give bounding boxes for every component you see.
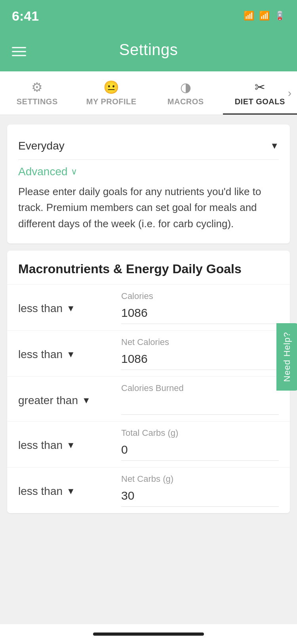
condition-arrow-total-carbs[interactable]: ▼ [67,440,75,450]
main-content: Everyday ▼ Advanced ∨ Please enter daily… [0,115,297,523]
signal-icon: 📶 [244,11,254,21]
everyday-dropdown-arrow[interactable]: ▼ [270,141,279,151]
goal-row-calories: less than ▼ Calories 1086 [7,284,290,330]
tab-my-profile[interactable]: 😐 MY PROFILE [74,71,149,115]
tab-macros[interactable]: ◑ MACROS [148,71,223,115]
advanced-chevron-icon: ∨ [71,167,77,177]
condition-arrow-calories[interactable]: ▼ [67,303,75,314]
goal-right-total-carbs: Total Carbs (g) 0 [121,428,279,461]
tab-settings-label: SETTINGS [17,97,58,106]
condition-label-net-carbs: less than [18,485,63,498]
nutrient-label-total-carbs: Total Carbs (g) [121,428,279,438]
goals-section-card: Macronutrients & Energy Daily Goals less… [7,251,290,513]
home-bar [93,632,204,636]
goal-row-calories-burned: greater than ▼ Calories Burned [7,376,290,421]
diet-goals-icon: ✂ [255,80,265,95]
condition-arrow-calories-burned[interactable]: ▼ [82,395,91,406]
status-bar: 6:41 📶 📶 🪫 [0,0,297,32]
need-help-label: Need Help? [282,332,292,382]
goal-right-calories-burned: Calories Burned [121,383,279,415]
divider-1 [18,159,279,160]
nutrient-label-net-carbs: Net Carbs (g) [121,474,279,484]
goals-section-title: Macronutrients & Energy Daily Goals [7,251,290,284]
nutrient-label-calories-burned: Calories Burned [121,383,279,393]
tab-macros-label: MACROS [168,97,204,106]
home-indicator [0,624,297,644]
goal-right-net-carbs: Net Carbs (g) 30 [121,474,279,507]
condition-label-net-calories: less than [18,348,63,361]
goal-value-net-carbs[interactable]: 30 [121,487,279,507]
goal-right-calories: Calories 1086 [121,291,279,324]
goal-row-net-calories: less than ▼ Net Calories 1086 [7,330,290,376]
goal-condition-calories-burned[interactable]: greater than ▼ [18,383,121,407]
battery-icon: 🪫 [274,11,285,21]
tab-diet-goals[interactable]: ✂ DIET GOALS [223,71,297,115]
condition-label-calories: less than [18,302,63,315]
status-icons: 📶 📶 🪫 [244,11,285,21]
description-text: Please enter daily goals for any nutrien… [18,184,279,232]
goal-condition-net-carbs[interactable]: less than ▼ [18,474,121,498]
goal-condition-net-calories[interactable]: less than ▼ [18,337,121,361]
goal-condition-total-carbs[interactable]: less than ▼ [18,428,121,452]
everyday-dropdown[interactable]: Everyday [18,140,65,152]
condition-label-calories-burned: greater than [18,394,78,407]
condition-arrow-net-calories[interactable]: ▼ [67,349,75,360]
tab-bar-chevron-icon: › [288,87,291,100]
tab-diet-goals-label: DIET GOALS [235,97,285,106]
goal-value-calories[interactable]: 1086 [121,304,279,324]
need-help-button[interactable]: Need Help? [276,323,297,391]
advanced-label: Advanced [18,165,68,178]
advanced-link[interactable]: Advanced ∨ [18,165,279,178]
tab-bar: ⚙ SETTINGS 😐 MY PROFILE ◑ MACROS ✂ DIET … [0,71,297,115]
tab-settings[interactable]: ⚙ SETTINGS [0,71,74,115]
everyday-card: Everyday ▼ Advanced ∨ Please enter daily… [7,125,290,243]
goal-value-net-calories[interactable]: 1086 [121,350,279,370]
hamburger-menu-button[interactable] [12,47,26,56]
condition-arrow-net-carbs[interactable]: ▼ [67,486,75,496]
status-time: 6:41 [12,8,39,24]
goal-row-net-carbs: less than ▼ Net Carbs (g) 30 [7,467,290,513]
settings-icon: ⚙ [31,80,43,95]
nutrient-label-calories: Calories [121,291,279,301]
goal-right-net-calories: Net Calories 1086 [121,337,279,370]
everyday-dropdown-row: Everyday ▼ [18,136,279,155]
wifi-icon: 📶 [259,11,270,21]
goal-value-calories-burned[interactable] [121,396,279,415]
top-bar: Settings [0,32,297,71]
goal-row-total-carbs: less than ▼ Total Carbs (g) 0 [7,421,290,467]
macros-icon: ◑ [180,80,191,95]
page-title: Settings [119,41,178,59]
nutrient-label-net-calories: Net Calories [121,337,279,347]
profile-icon: 😐 [103,80,119,95]
goal-condition-calories[interactable]: less than ▼ [18,291,121,315]
goal-value-total-carbs[interactable]: 0 [121,441,279,461]
condition-label-total-carbs: less than [18,439,63,452]
tab-my-profile-label: MY PROFILE [86,97,137,106]
everyday-dropdown-value: Everyday [18,140,65,152]
